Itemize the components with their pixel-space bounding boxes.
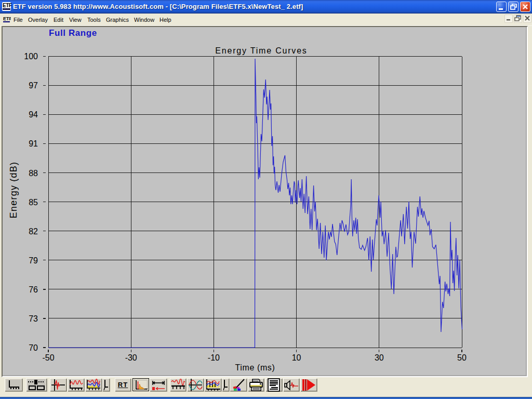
svg-text:30: 30 <box>375 353 384 362</box>
svg-text:94: 94 <box>29 110 38 119</box>
svg-text:76: 76 <box>29 285 38 294</box>
svg-text:100: 100 <box>24 52 38 61</box>
svg-text:-50: -50 <box>42 353 54 362</box>
svg-text:50: 50 <box>457 353 467 362</box>
svg-text:10: 10 <box>292 353 301 362</box>
svg-text:Time (ms): Time (ms) <box>235 363 275 372</box>
svg-text:Full Range: Full Range <box>49 28 97 38</box>
svg-text:-30: -30 <box>125 353 137 362</box>
svg-text:97: 97 <box>29 81 38 90</box>
svg-text:88: 88 <box>29 169 38 178</box>
svg-text:Energy Time Curves: Energy Time Curves <box>215 46 307 55</box>
svg-text:70: 70 <box>29 343 38 352</box>
svg-text:73: 73 <box>29 314 38 323</box>
svg-text:79: 79 <box>29 256 38 265</box>
svg-text:85: 85 <box>29 198 38 207</box>
svg-text:82: 82 <box>29 227 38 236</box>
svg-text:91: 91 <box>29 139 38 148</box>
svg-text:Energy (dB): Energy (dB) <box>8 162 19 218</box>
svg-text:-10: -10 <box>208 353 220 362</box>
